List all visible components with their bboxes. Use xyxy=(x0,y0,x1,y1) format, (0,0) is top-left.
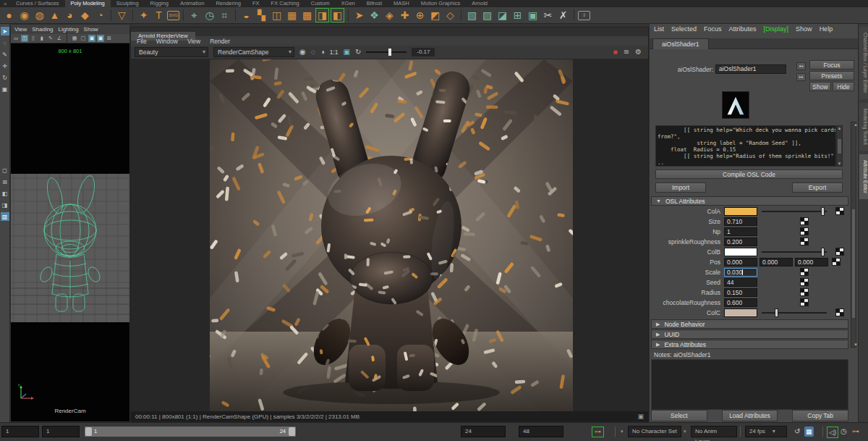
camera-attributes-icon[interactable]: ◫ xyxy=(21,35,28,42)
grid-toggle-icon[interactable]: ▦ xyxy=(71,35,78,42)
arnold-logo-swatch[interactable] xyxy=(722,91,749,119)
select-tool-icon[interactable]: ➤ xyxy=(1,27,9,35)
bridge-icon[interactable]: ❖ xyxy=(367,8,381,22)
ae-menu-display[interactable]: [Display] xyxy=(764,25,789,33)
symmetry-icon[interactable]: ▣ xyxy=(526,8,540,22)
set-key-icon[interactable]: ⊶ xyxy=(592,427,604,437)
color-swatch[interactable] xyxy=(724,248,757,256)
attr-value-field[interactable]: 0.000 xyxy=(724,258,757,266)
crease-icon[interactable]: ⊕ xyxy=(413,8,427,22)
animation-start-field[interactable]: 1 xyxy=(1,426,39,437)
texture-map-icon[interactable] xyxy=(835,207,844,215)
rendered-image[interactable] xyxy=(210,59,573,411)
shelf-tab-custom[interactable]: Custom xyxy=(305,0,336,7)
attr-value-field[interactable]: 1 xyxy=(724,227,757,236)
delete-edge-icon[interactable]: ✗ xyxy=(556,8,570,22)
offset-edge-icon[interactable]: ▨ xyxy=(480,8,494,22)
smooth-icon[interactable]: ◨ xyxy=(315,8,329,22)
compile-osl-button[interactable]: Compile OSL Code xyxy=(655,169,843,179)
bevel-icon[interactable]: ◧ xyxy=(331,8,344,22)
range-end-handle[interactable] xyxy=(289,427,295,436)
shelf-tab-poly-modeling[interactable]: Poly Modeling xyxy=(65,0,111,7)
shelf-tab-fx[interactable]: FX xyxy=(247,0,265,7)
color-slider[interactable] xyxy=(762,312,827,314)
aov-dropdown[interactable]: Beauty xyxy=(135,47,208,57)
ipr-render-icon[interactable]: ◌ xyxy=(311,49,315,56)
texture-map-icon[interactable] xyxy=(835,248,844,256)
type-tool-icon[interactable]: T xyxy=(152,8,166,22)
viewport-menu-lighting[interactable]: Lighting xyxy=(59,26,79,33)
field-chart-icon[interactable]: ⊞ xyxy=(106,35,113,42)
poly-sphere-icon[interactable]: ● xyxy=(2,8,16,22)
texture-map-icon[interactable] xyxy=(800,278,809,286)
film-gate-icon[interactable]: ▢ xyxy=(80,35,87,42)
texture-map-icon[interactable] xyxy=(835,308,844,316)
texture-map-icon[interactable] xyxy=(800,268,809,276)
ae-menu-list[interactable]: List xyxy=(654,25,664,33)
joint-tool-icon[interactable]: ⌖ xyxy=(187,8,201,22)
extrude-icon[interactable]: ➤ xyxy=(352,8,366,22)
attr-value-field[interactable]: 0.000 xyxy=(760,258,793,266)
time-node-icon[interactable]: ◷ xyxy=(203,8,216,22)
shelf-tab-sculpting[interactable]: Sculpting xyxy=(111,0,145,7)
ae-menu-selected[interactable]: Selected xyxy=(671,25,697,33)
attr-value-field[interactable]: 44 xyxy=(724,278,757,287)
texture-map-icon[interactable] xyxy=(832,258,841,266)
section-osl-attributes[interactable]: ▼ OSL Attributes xyxy=(651,196,848,206)
shelf-menu-icon[interactable]: ≡ xyxy=(0,1,10,7)
pan-zoom-icon[interactable]: ✎ xyxy=(47,35,54,42)
poly-disc-icon[interactable]: ◔ xyxy=(93,8,107,22)
attr-value-field[interactable]: 0.000 xyxy=(795,258,828,266)
hide-button[interactable]: Hide xyxy=(833,82,854,91)
fill-hole-icon[interactable]: ▦ xyxy=(285,8,299,22)
target-weld-icon[interactable]: ✚ xyxy=(398,8,412,22)
origin-zero-icon[interactable]: ⌗ xyxy=(218,8,231,22)
color-swatch[interactable] xyxy=(724,207,757,216)
ae-menu-focus[interactable]: Focus xyxy=(704,25,722,33)
presets-button[interactable]: Presets xyxy=(809,71,854,80)
focus-button[interactable]: Focus xyxy=(809,60,854,70)
fps-dropdown[interactable]: 24 fps xyxy=(745,426,787,437)
settings-gear-icon[interactable]: ⚙ xyxy=(635,49,642,56)
gate-mask-icon[interactable]: ▣ xyxy=(97,35,104,42)
viewport-menu-shading[interactable]: Shading xyxy=(32,26,53,33)
shelf-tab-motion-graphics[interactable]: Motion Graphics xyxy=(415,0,467,7)
platonic-solid-icon[interactable]: ▽ xyxy=(115,8,129,22)
ae-menu-help[interactable]: Help xyxy=(820,25,833,33)
renderview-menu-window[interactable]: Window xyxy=(156,38,178,45)
show-button[interactable]: Show xyxy=(809,82,831,91)
image-plane-icon[interactable]: ▮ xyxy=(38,35,46,42)
layout-split-icon[interactable]: ◨ xyxy=(1,201,9,209)
load-attributes-button[interactable]: Load Attributes xyxy=(722,410,778,421)
sidebar-tab-attribute-editor[interactable]: Attribute Editor xyxy=(859,154,868,199)
quad-draw-icon[interactable]: ◩ xyxy=(428,8,442,22)
renderview-titlebar[interactable]: Arnold RenderView xyxy=(131,28,648,36)
boolean-icon[interactable]: ◒ xyxy=(239,8,253,22)
resolution-gate-icon[interactable]: ▣ xyxy=(88,35,95,42)
renderview-menu-render[interactable]: Render xyxy=(210,38,230,45)
anim-layer-menu-icon[interactable]: ▾ xyxy=(684,429,686,434)
viewport-menu-show[interactable]: Show xyxy=(84,26,98,33)
shelf-scroll-icon[interactable]: ⇕ xyxy=(578,11,590,20)
multi-cut-icon[interactable]: ◈ xyxy=(383,8,396,22)
auto-keyframe-icon[interactable]: ⊶ xyxy=(852,427,859,437)
shelf-tab-rigging[interactable]: Rigging xyxy=(145,0,174,7)
shelf-tab-xgen[interactable]: XGen xyxy=(336,0,361,7)
shelf-tab-arnold[interactable]: Arnold xyxy=(466,0,493,7)
shelf-tab-rendering[interactable]: Rendering xyxy=(210,0,247,7)
poly-plane-icon[interactable]: ◆ xyxy=(78,8,92,22)
show-input-connections-icon[interactable]: ↤ xyxy=(796,62,806,70)
attr-value-field[interactable]: 0.150 xyxy=(724,288,757,297)
snapshot-icon[interactable]: ◑ xyxy=(320,49,325,56)
slider-handle[interactable] xyxy=(821,207,825,216)
display-region-icon[interactable]: ▣ xyxy=(344,49,350,56)
section-extra-attributes[interactable]: ▶Extra Attributes xyxy=(651,340,848,349)
time-clock-icon[interactable]: ◷ xyxy=(841,427,847,437)
layout-persp-outliner-icon[interactable]: ◧ xyxy=(1,189,9,198)
cut-tool-icon[interactable]: ✂ xyxy=(541,8,555,22)
edit-edge-flow-icon[interactable]: ▧ xyxy=(465,8,479,22)
shelf-tab-curves-surfaces[interactable]: Curves / Surfaces xyxy=(10,0,65,7)
transfer-attrs-icon[interactable]: ◪ xyxy=(495,8,509,22)
show-output-connections-icon[interactable]: ↦ xyxy=(796,73,806,81)
poly-torus-icon[interactable]: ◕ xyxy=(63,8,77,22)
